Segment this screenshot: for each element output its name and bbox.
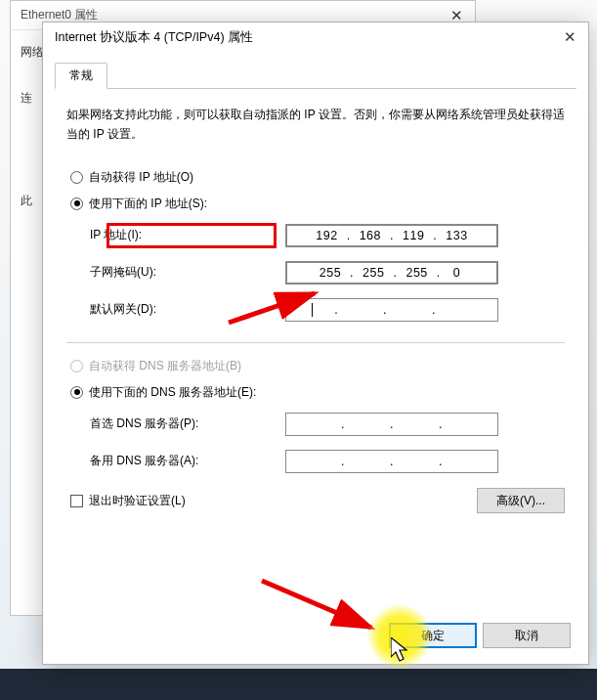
label-ip: IP 地址(I): [90, 227, 285, 243]
taskbar [0, 669, 597, 700]
checkbox-validate[interactable]: 退出时验证设置(L) [66, 488, 186, 514]
dialog-titlebar: Internet 协议版本 4 (TCP/IPv4) 属性 ✕ [43, 22, 588, 52]
dialog-title: Internet 协议版本 4 (TCP/IPv4) 属性 [55, 29, 253, 46]
radio-auto-ip[interactable]: 自动获得 IP 地址(O) [66, 164, 565, 191]
radio-icon [70, 386, 83, 399]
ipv4-properties-dialog: Internet 协议版本 4 (TCP/IPv4) 属性 ✕ 常规 如果网络支… [42, 22, 589, 665]
ok-button[interactable]: 确定 [389, 623, 477, 648]
cancel-button[interactable]: 取消 [483, 623, 571, 648]
radio-manual-dns-label: 使用下面的 DNS 服务器地址(E): [89, 384, 256, 401]
label-subnet: 子网掩码(U): [90, 264, 285, 281]
dns-alt-input[interactable]: . . . [285, 450, 498, 473]
radio-icon [70, 360, 83, 372]
checkbox-validate-label: 退出时验证设置(L) [89, 493, 186, 509]
close-icon[interactable]: ✕ [560, 28, 580, 46]
divider [66, 342, 565, 343]
instructions-text: 如果网络支持此功能，则可以获取自动指派的 IP 设置。否则，你需要从网络系统管理… [66, 105, 565, 145]
label-dns-alt: 备用 DNS 服务器(A): [90, 453, 285, 469]
radio-manual-ip-label: 使用下面的 IP 地址(S): [89, 196, 207, 212]
advanced-button[interactable]: 高级(V)... [477, 488, 565, 513]
radio-icon [70, 171, 83, 184]
label-dns-pref: 首选 DNS 服务器(P): [90, 416, 285, 432]
radio-manual-ip[interactable]: 使用下面的 IP 地址(S): [66, 191, 565, 217]
tab-general[interactable]: 常规 [55, 63, 107, 89]
radio-auto-dns-label: 自动获得 DNS 服务器地址(B) [89, 358, 241, 374]
radio-icon [70, 197, 83, 210]
subnet-mask-input[interactable]: 255. 255. 255. 0 [285, 261, 498, 284]
ip-address-input[interactable]: 192. 168. 119. 133 [285, 224, 498, 247]
dns-pref-input[interactable]: . . . [285, 413, 498, 436]
checkbox-icon [70, 495, 83, 507]
radio-auto-ip-label: 自动获得 IP 地址(O) [89, 169, 193, 186]
tabstrip: 常规 [55, 62, 576, 89]
radio-manual-dns[interactable]: 使用下面的 DNS 服务器地址(E): [66, 379, 565, 406]
radio-auto-dns: 自动获得 DNS 服务器地址(B) [66, 353, 565, 379]
label-gateway: 默认网关(D): [90, 301, 285, 318]
gateway-input[interactable]: . . . [285, 298, 498, 322]
